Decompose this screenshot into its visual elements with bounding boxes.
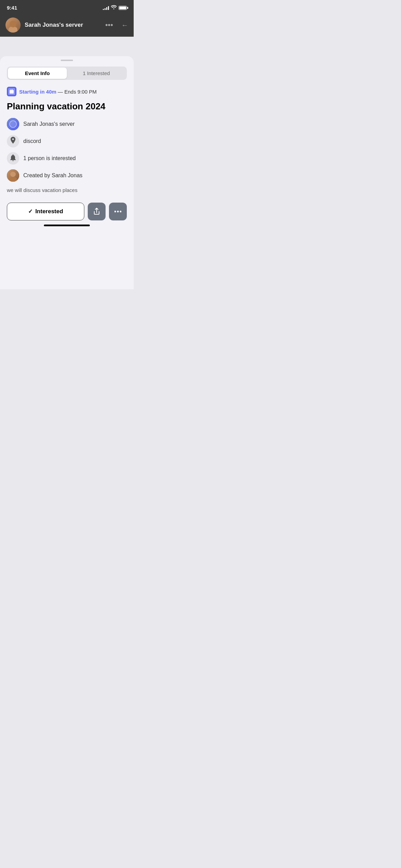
status-icons xyxy=(103,5,127,10)
interested-label: Interested xyxy=(35,208,63,215)
calendar-icon xyxy=(7,87,16,96)
header-menu-dots[interactable]: ••• xyxy=(105,21,113,29)
signal-icon xyxy=(103,6,109,10)
location-icon-wrap xyxy=(7,135,19,147)
creator-avatar xyxy=(7,169,19,182)
svg-rect-2 xyxy=(11,89,11,91)
server-name-header: Sarah Jonas's server xyxy=(25,22,101,28)
svg-rect-1 xyxy=(10,90,14,92)
battery-icon xyxy=(119,6,127,10)
svg-rect-3 xyxy=(12,89,13,91)
tab-event-info[interactable]: Event Info xyxy=(8,68,67,79)
event-description: we will discuss vacation places xyxy=(7,186,127,194)
creator-row: Created by Sarah Jonas xyxy=(7,169,127,182)
server-avatar xyxy=(5,17,21,33)
server-name-row: Sarah Jonas's server xyxy=(7,118,127,130)
bell-icon xyxy=(10,154,16,163)
bottom-sheet: Event Info 1 Interested Starting in 40m … xyxy=(0,56,134,289)
time-ends: — Ends 9:00 PM xyxy=(56,89,97,95)
drag-handle xyxy=(61,60,73,61)
interested-count: 1 person is interested xyxy=(23,155,76,161)
svg-point-5 xyxy=(117,210,119,212)
wifi-icon xyxy=(111,5,117,10)
tab-switcher: Event Info 1 Interested xyxy=(7,67,127,80)
back-button[interactable]: ← xyxy=(121,21,128,29)
more-options-button[interactable] xyxy=(109,203,127,220)
location-text: discord xyxy=(23,138,41,144)
action-row: ✓ Interested xyxy=(7,203,127,220)
server-name-info: Sarah Jonas's server xyxy=(23,121,75,127)
checkmark-icon: ✓ xyxy=(28,208,33,215)
share-button[interactable] xyxy=(88,203,106,220)
event-time-row: Starting in 40m — Ends 9:00 PM xyxy=(7,87,127,96)
bell-icon-wrap xyxy=(7,152,19,165)
location-icon xyxy=(10,137,16,146)
event-content: Starting in 40m — Ends 9:00 PM Planning … xyxy=(0,87,134,194)
server-icon xyxy=(7,118,19,130)
event-title: Planning vacation 2024 xyxy=(7,101,127,112)
location-row: discord xyxy=(7,135,127,147)
event-time-text: Starting in 40m — Ends 9:00 PM xyxy=(19,89,97,95)
svg-point-6 xyxy=(120,210,122,212)
time: 9:41 xyxy=(7,5,17,11)
interested-button[interactable]: ✓ Interested xyxy=(7,203,84,220)
status-bar: 9:41 xyxy=(0,0,134,13)
svg-point-4 xyxy=(114,210,116,212)
home-indicator xyxy=(44,225,90,226)
time-highlight: Starting in 40m xyxy=(19,89,56,95)
creator-name: Created by Sarah Jonas xyxy=(23,172,83,179)
tab-interested[interactable]: 1 Interested xyxy=(67,68,126,79)
interested-row: 1 person is interested xyxy=(7,152,127,165)
channel-header: Sarah Jonas's server ••• ← xyxy=(0,13,134,37)
